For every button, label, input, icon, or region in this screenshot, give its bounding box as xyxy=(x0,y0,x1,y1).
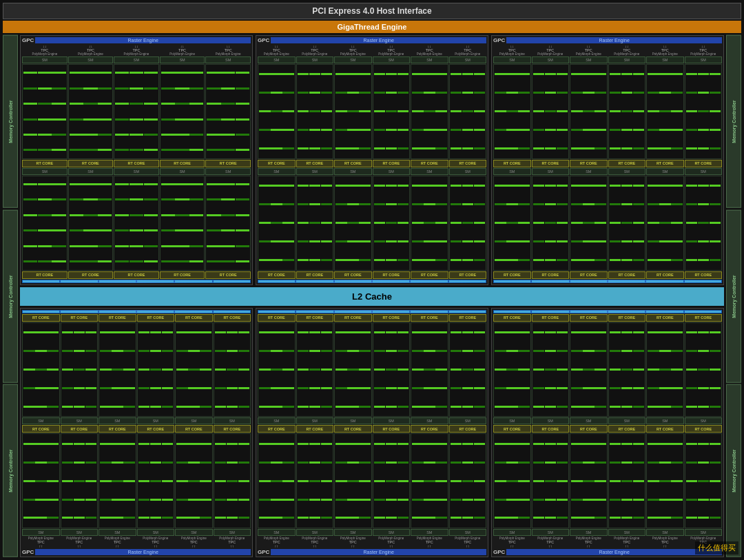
cuda-top-b3-5 xyxy=(646,322,684,417)
sm-t1-m5: SM xyxy=(205,168,251,175)
sm-row-t2-top: SMSMSM SMSMSM xyxy=(258,56,486,63)
rt-b2-t3: RT CORE xyxy=(334,314,372,322)
sm-t3-m2: SM xyxy=(532,168,570,175)
sm-t1-m2: SM xyxy=(68,168,114,175)
gpc-title-t2: GPC xyxy=(258,37,269,43)
rt-row-b1-mid: RT CORERT CORERT CORE RT CORERT CORERT C… xyxy=(22,425,251,433)
rt-b3-t2: RT CORE xyxy=(532,314,570,322)
sm-row-b3-bot: SMSMSM SMSMSM xyxy=(493,529,722,536)
sm-b2-b6: SM xyxy=(449,529,487,536)
sm-t2-m5: SM xyxy=(411,168,448,175)
data-bus-b3 xyxy=(493,310,722,313)
gpc-title-t1: GPC xyxy=(22,37,34,43)
sm-t3-m6: SM xyxy=(685,168,723,175)
rt-t3-6: RT CORE xyxy=(685,160,723,167)
cuda-t1-2 xyxy=(68,64,114,159)
cuda-bot-b1-1 xyxy=(22,433,60,528)
rt-b1-t1: RT CORE xyxy=(22,314,60,322)
tpc-b1-2: PolyMorph EngineTPC↑↑ xyxy=(61,537,99,548)
sm-t3-m5: SM xyxy=(646,168,684,175)
tpc-t3-2: ↓↓TPCPolyMorph Engine xyxy=(532,44,570,56)
rt-b2-m5: RT CORE xyxy=(411,425,448,433)
sm-b2-2: SM xyxy=(296,417,334,424)
rt-t1-4: RT CORE xyxy=(160,160,205,167)
sm-row-b3-top: SMSMSM SMSMSM xyxy=(493,417,722,424)
gpc-top-2: GPC Raster Engine ↓↓TPCPolyMorph Engine … xyxy=(256,35,488,285)
tpc-b3-5: PolyMorph EngineTPC↑↑ xyxy=(646,537,684,548)
cuda-b-t2-1 xyxy=(258,176,296,271)
sm-b2-b4: SM xyxy=(373,529,411,536)
rt-t3-b1: RT CORE xyxy=(493,271,531,279)
data-bus-b2 xyxy=(258,310,486,313)
cuda-b-t3-4 xyxy=(608,176,646,271)
rt-b2-t4: RT CORE xyxy=(373,314,411,322)
sm-t2-5: SM xyxy=(411,56,448,63)
sm-b1-b4: SM xyxy=(137,529,175,536)
tpc-t2-4: ↓↓TPCPolyMorph Engine xyxy=(373,44,411,56)
sm-row-b2-bot: SMSMSM SMSMSM xyxy=(258,529,486,536)
rt-t3-b2: RT CORE xyxy=(532,271,570,279)
rt-row-t2-bot: RT CORERT CORERT CORE RT CORERT CORERT C… xyxy=(258,271,486,279)
sm-t1-3: SM xyxy=(114,56,159,63)
cuda-top-b1-3 xyxy=(99,322,136,417)
rt-row-b2-mid: RT CORERT CORERT CORE RT CORERT CORERT C… xyxy=(258,425,486,433)
rt-t3-1: RT CORE xyxy=(493,160,531,167)
cuda-t2-4 xyxy=(373,64,411,159)
sm-row-t3-top: SMSMSM SMSMSM xyxy=(493,56,722,63)
sm-b1-b2: SM xyxy=(61,529,99,536)
raster-engine-t3: Raster Engine xyxy=(506,37,722,43)
rt-t1-3: RT CORE xyxy=(114,160,159,167)
tpc-t2-5: ↓↓TPCPolyMorph Engine xyxy=(411,44,448,56)
raster-engine-b3: Raster Engine xyxy=(506,549,722,555)
cuda-t2-2 xyxy=(296,64,334,159)
sm-t1-m1: SM xyxy=(22,168,68,175)
sm-t3-6: SM xyxy=(685,56,723,63)
sm-b2-4: SM xyxy=(373,417,411,424)
cuda-t3-6 xyxy=(685,64,723,159)
sm-t2-m6: SM xyxy=(449,168,487,175)
mc-left-1: Memory Controller xyxy=(3,35,18,208)
tpc-t2-6: ↓↓TPCPolyMorph Engine xyxy=(449,44,487,56)
cuda-top-b1-6 xyxy=(214,322,251,417)
rt-b2-m4: RT CORE xyxy=(373,425,411,433)
rt-b2-t2: RT CORE xyxy=(296,314,334,322)
rt-b1-m1: RT CORE xyxy=(22,425,60,433)
tpc-t1-3: ↓↓ TPC PolyMorph Engine xyxy=(114,44,159,56)
cuda-bot-b1-3 xyxy=(99,433,136,528)
rt-row-b3-mid: RT CORERT CORERT CORE RT CORERT CORERT C… xyxy=(493,425,722,433)
rt-t2-3: RT CORE xyxy=(334,160,372,167)
rt-b1-m4: RT CORE xyxy=(137,425,175,433)
rt-t1-5: RT CORE xyxy=(205,160,251,167)
watermark-text: 什么值得买 xyxy=(698,543,736,552)
rt-b1-t6: RT CORE xyxy=(214,314,251,322)
rt-b3-m6: RT CORE xyxy=(685,425,723,433)
rt-b3-m2: RT CORE xyxy=(532,425,570,433)
rt-t3-4: RT CORE xyxy=(608,160,646,167)
rt-b1-m6: RT CORE xyxy=(214,425,251,433)
cuda-t2-1 xyxy=(258,64,296,159)
rt-t1-2: RT CORE xyxy=(68,160,114,167)
cuda-b-t2-5 xyxy=(411,176,448,271)
rt-b3-m5: RT CORE xyxy=(646,425,684,433)
sm-b1-6: SM xyxy=(214,417,251,424)
rt-t3-3: RT CORE xyxy=(570,160,608,167)
cuda-top-b1-5 xyxy=(175,322,213,417)
rt-b1-t3: RT CORE xyxy=(99,314,136,322)
cuda-t1-5 xyxy=(205,64,251,159)
rt-b3-t6: RT CORE xyxy=(685,314,723,322)
tpc-t3-3: ↓↓TPCPolyMorph Engine xyxy=(570,44,608,56)
sm-t2-m4: SM xyxy=(373,168,411,175)
cuda-bot-b2-6 xyxy=(449,433,487,528)
sm-b2-3: SM xyxy=(334,417,372,424)
cuda-b-t3-3 xyxy=(570,176,608,271)
sm-row-t2-mid: SMSMSM SMSMSM xyxy=(258,168,486,175)
tpc-b3-3: PolyMorph EngineTPC↑↑ xyxy=(570,537,608,548)
rt-t1-b5: RT CORE xyxy=(205,271,251,279)
sm-t2-4: SM xyxy=(373,56,411,63)
cuda-b-t2-3 xyxy=(334,176,372,271)
raster-engine-b1: Raster Engine xyxy=(35,549,251,555)
sm-t3-5: SM xyxy=(646,56,684,63)
sm-b3-b6: SM xyxy=(685,529,723,536)
center-content: GPC Raster Engine ↓↓ TPC PolyMorph Engin… xyxy=(20,35,724,557)
rt-row-t1-bot: RT CORE RT CORE RT CORE RT CORE RT CORE xyxy=(22,271,251,279)
